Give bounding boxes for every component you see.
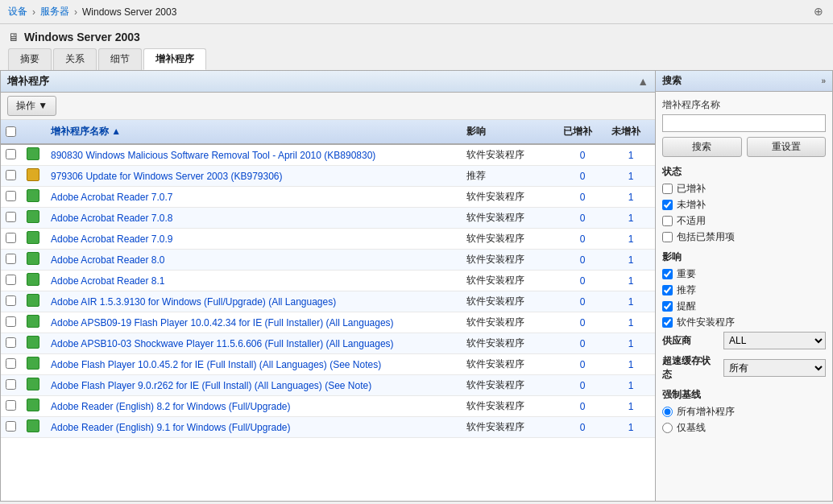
patched-count-link[interactable]: 0 [580,338,586,349]
patch-name-link[interactable]: Adobe Flash Player 9.0.r262 for IE (Full… [51,380,371,391]
patched-count-link[interactable]: 0 [580,275,586,287]
row-checkbox[interactable] [6,358,16,369]
impact-checkbox-0[interactable] [662,269,673,279]
search-input[interactable] [662,114,826,132]
tab-summary[interactable]: 摘要 [8,48,52,70]
patched-count-link[interactable]: 0 [580,233,586,245]
patched-count-link[interactable]: 0 [580,254,586,266]
breadcrumb-current: Windows Server 2003 [82,6,176,18]
status-checkbox-3[interactable] [662,232,673,242]
unpatched-count-link[interactable]: 1 [628,254,634,266]
search-btn-row: 搜索 重设置 [662,137,826,157]
cache-select[interactable]: 所有 [723,359,826,377]
unpatched-count-link[interactable]: 1 [628,171,634,182]
search-button[interactable]: 搜索 [662,137,742,157]
row-checkbox[interactable] [6,316,16,327]
unpatched-count-link[interactable]: 1 [628,296,634,308]
patch-name-link[interactable]: Adobe Reader (English) 9.1 for Windows (… [51,422,290,433]
patched-count-link[interactable]: 0 [580,380,586,391]
row-checkbox[interactable] [6,149,16,159]
status-checkbox-1[interactable] [662,200,673,210]
status-checkbox-row: 包括已禁用项 [662,230,826,244]
row-checkbox[interactable] [6,170,16,180]
row-impact-cell: 软件安装程序 [462,355,558,374]
unpatched-count-link[interactable]: 1 [628,338,634,349]
row-icon-cell [20,145,46,165]
row-checkbox-cell [1,398,20,415]
unpatched-count-link[interactable]: 1 [628,317,634,328]
tab-patches[interactable]: 增补程序 [143,48,206,70]
impact-checkbox-3[interactable] [662,317,673,328]
row-checkbox[interactable] [6,400,16,411]
patched-count-link[interactable]: 0 [580,192,586,203]
row-checkbox[interactable] [6,295,16,306]
unpatched-count-link[interactable]: 1 [628,275,634,287]
sidebar-search-header[interactable]: 搜索 » [656,71,832,92]
row-checkbox-cell [1,272,20,290]
unpatched-count-link[interactable]: 1 [628,192,634,203]
tab-details[interactable]: 细节 [98,48,142,70]
reset-button[interactable]: 重设置 [747,137,827,157]
patched-count-link[interactable]: 0 [580,401,586,412]
row-checkbox[interactable] [6,254,16,264]
patch-name-link[interactable]: Adobe Acrobat Reader 7.0.7 [51,192,172,203]
patch-name-link[interactable]: Adobe Acrobat Reader 8.1 [51,275,164,287]
impact-checkbox-1[interactable] [662,285,673,295]
green-patch-icon [27,336,39,349]
header-name[interactable]: 增补程序名称 ▲ [46,123,462,140]
patch-name-link[interactable]: Adobe Acrobat Reader 7.0.9 [51,233,172,245]
patch-name-link[interactable]: Adobe Flash Player 10.0.45.2 for IE (Ful… [51,359,381,370]
patch-name-link[interactable]: Adobe APSB10-03 Shockwave Player 11.5.6.… [51,338,394,349]
row-checkbox[interactable] [6,421,16,432]
section-title: 增补程序 [7,74,49,89]
patched-count-link[interactable]: 0 [580,213,586,224]
unpatched-count-link[interactable]: 1 [628,401,634,412]
row-checkbox[interactable] [6,275,16,285]
patch-name-link[interactable]: 890830 Windows Malicious Software Remova… [51,150,375,161]
patch-name-link[interactable]: Adobe Acrobat Reader 8.0 [51,254,164,266]
row-checkbox[interactable] [6,191,16,201]
patched-count-link[interactable]: 0 [580,317,586,328]
status-checkbox-0[interactable] [662,184,673,194]
row-checkbox[interactable] [6,233,16,243]
vendor-select[interactable]: ALL [723,332,826,349]
baseline-radio-0[interactable] [662,407,673,417]
patched-count-link[interactable]: 0 [580,422,586,433]
unpatched-count-link[interactable]: 1 [628,150,634,161]
green-patch-icon [27,399,39,411]
action-button[interactable]: 操作 ▼ [7,96,56,116]
impact-checkbox-2[interactable] [662,301,673,312]
row-checkbox-cell [1,251,20,269]
status-checkbox-2[interactable] [662,216,673,226]
patch-name-link[interactable]: Adobe Acrobat Reader 7.0.8 [51,213,172,224]
patched-count-link[interactable]: 0 [580,359,586,370]
unpatched-count-link[interactable]: 1 [628,233,634,245]
patch-name-link[interactable]: Adobe AIR 1.5.3.9130 for Windows (Full/U… [51,296,336,308]
unpatched-count-link[interactable]: 1 [628,422,634,433]
status-checkbox-row: 未增补 [662,198,826,212]
patch-name-link[interactable]: 979306 Update for Windows Server 2003 (K… [51,171,283,182]
breadcrumb-servers[interactable]: 服务器 [40,5,69,19]
row-checkbox[interactable] [6,337,16,348]
row-checkbox[interactable] [6,379,16,390]
patched-count-link[interactable]: 0 [580,171,586,182]
row-checkbox-cell [1,419,20,436]
patch-name-link[interactable]: Adobe Reader (English) 8.2 for Windows (… [51,401,290,412]
patched-count-link[interactable]: 0 [580,296,586,308]
breadcrumb-devices[interactable]: 设备 [8,5,27,19]
baseline-radio-1[interactable] [662,423,673,433]
tab-relations[interactable]: 关系 [53,48,97,70]
section-collapse-btn[interactable]: ▲ [637,75,649,88]
select-all-checkbox[interactable] [6,126,16,137]
tab-bar: 摘要 关系 细节 增补程序 [0,43,833,70]
row-name-cell: 890830 Windows Malicious Software Remova… [46,147,462,163]
row-name-cell: Adobe Reader (English) 9.1 for Windows (… [46,419,462,436]
action-bar: 操作 ▼ [1,93,655,120]
unpatched-count-link[interactable]: 1 [628,213,634,224]
row-checkbox[interactable] [6,212,16,222]
row-patched-cell: 0 [558,252,607,268]
patch-name-link[interactable]: Adobe APSB09-19 Flash Player 10.0.42.34 … [51,317,394,328]
patched-count-link[interactable]: 0 [580,150,586,161]
unpatched-count-link[interactable]: 1 [628,359,634,370]
unpatched-count-link[interactable]: 1 [628,380,634,391]
